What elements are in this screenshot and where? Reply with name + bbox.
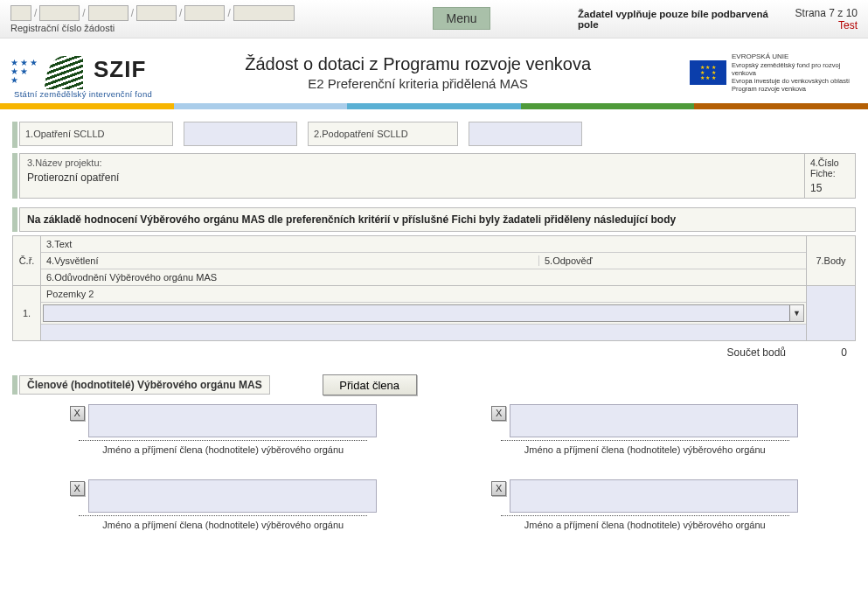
logo-subtext: Státní zemědělský intervenční fond — [14, 89, 152, 99]
remove-member-button[interactable]: X — [70, 406, 85, 421]
member-cell: X Jméno a příjmení člena (hodnotitele) v… — [30, 479, 417, 530]
field-lines-icon — [45, 56, 83, 89]
szif-logo: ★★★★★★ SZIF — [10, 56, 146, 89]
project-box: 3.Název projektu: Protierozní opatření — [19, 153, 805, 199]
registration-label: Registrační číslo žádosti — [10, 23, 295, 33]
reg-box — [184, 5, 225, 21]
podopatreni-input[interactable] — [469, 122, 582, 146]
eu-flag-icon: ★ ★ ★★ ★★ ★ ★ — [690, 60, 726, 85]
row-points — [806, 286, 855, 340]
member-cell: X Jméno a příjmení člena (hodnotitele) v… — [452, 479, 839, 530]
members-title: Členové (hodnotitelé) Výběrového orgánu … — [19, 375, 270, 395]
remove-member-button[interactable]: X — [491, 481, 506, 496]
registration-number-boxes: / / / / / — [10, 5, 295, 21]
member-caption: Jméno a příjmení člena (hodnotitele) výb… — [102, 520, 344, 530]
criteria-title-row: Na základě hodnocení Výběrového orgánu M… — [12, 207, 856, 232]
color-stripe — [0, 103, 868, 109]
col-odp-header: 5.Odpověď — [538, 255, 801, 266]
fiche-value: 15 — [810, 182, 850, 194]
add-member-button[interactable]: Přidat člena — [323, 374, 417, 395]
project-row: 3.Název projektu: Protierozní opatření 4… — [12, 153, 856, 199]
col-oduv-header: 6.Odůvodnění Výběrového orgánu MAS — [46, 272, 801, 283]
page-title: Žádost o dotaci z Programu rozvoje venko… — [146, 54, 690, 74]
stars-icon: ★★★★★★ — [10, 56, 39, 85]
page-titles: Žádost o dotaci z Programu rozvoje venko… — [146, 54, 690, 91]
member-name-input[interactable] — [88, 404, 377, 437]
col-text-header: 3.Text — [46, 239, 801, 249]
fiche-label: 4.Číslo Fiche: — [810, 157, 850, 178]
eu-line: Evropa investuje do venkovských oblastí — [732, 77, 854, 85]
project-label: 3.Název projektu: — [27, 157, 797, 168]
remove-member-button[interactable]: X — [70, 481, 85, 496]
member-caption: Jméno a příjmení člena (hodnotitele) výb… — [524, 444, 766, 455]
opatreni-label: 1.Opatření SCLLD — [19, 122, 173, 146]
fill-note: Žadatel vyplňuje pouze bíle podbarvená p… — [578, 5, 779, 30]
members-title-row: Členové (hodnotitelé) Výběrového orgánu … — [12, 374, 856, 395]
dotted-line-icon — [79, 440, 367, 441]
section-bar-icon — [12, 207, 17, 232]
member-caption: Jméno a příjmení člena (hodnotitele) výb… — [102, 444, 344, 455]
member-cell: X Jméno a příjmení člena (hodnotitele) v… — [30, 404, 417, 455]
chevron-down-icon: ▼ — [789, 305, 803, 321]
top-bar: / / / / / Registrační číslo žádosti Menu… — [0, 0, 868, 38]
fiche-box: 4.Číslo Fiche: 15 — [805, 153, 856, 199]
reg-box — [10, 5, 31, 21]
remove-member-button[interactable]: X — [491, 406, 506, 421]
points-sum-row: Součet bodů 0 — [12, 346, 856, 359]
row-justification-input[interactable] — [46, 327, 801, 338]
row-text: Pozemky 2 — [46, 289, 801, 299]
section-bar-icon — [12, 375, 17, 395]
eu-block: ★ ★ ★★ ★★ ★ ★ EVROPSKÁ UNIE Evropský zem… — [690, 52, 858, 93]
page-meta: Strana 7 z 10 Test — [779, 5, 858, 31]
dotted-line-icon — [79, 515, 367, 516]
eu-line: Program rozvoje venkova — [732, 85, 854, 93]
reg-box — [88, 5, 128, 21]
reg-box — [39, 5, 80, 21]
dotted-line-icon — [501, 440, 789, 441]
page-subtitle: E2 Preferenční kriteria přidělená MAS — [146, 76, 690, 91]
reg-box — [233, 5, 295, 21]
col-body-header: 7.Body — [806, 236, 855, 285]
member-name-input[interactable] — [510, 404, 798, 437]
opatreni-row: 1.Opatření SCLLD 2.Podopatření SCLLD — [12, 122, 856, 148]
member-caption: Jméno a příjmení člena (hodnotitele) výb… — [524, 520, 766, 530]
members-grid: X Jméno a příjmení člena (hodnotitele) v… — [12, 404, 856, 530]
col-number-header: Č.ř. — [13, 236, 41, 285]
test-label: Test — [779, 19, 858, 31]
page-indicator: Strana 7 z 10 — [779, 7, 858, 19]
project-value: Protierozní opatření — [27, 171, 797, 184]
eu-line: Evropský zemědělský fond pro rozvoj venk… — [732, 61, 854, 77]
sum-label: Součet bodů — [727, 346, 786, 359]
content: 1.Opatření SCLLD 2.Podopatření SCLLD 3.N… — [0, 109, 868, 548]
criteria-row: 1. Pozemky 2 ▼ — [13, 285, 855, 340]
member-cell: X Jméno a příjmení člena (hodnotitele) v… — [452, 404, 839, 455]
registration-block: / / / / / Registrační číslo žádosti — [10, 5, 295, 33]
logo-text: SZIF — [94, 56, 146, 83]
eu-line: EVROPSKÁ UNIE — [732, 52, 854, 61]
answer-dropdown[interactable]: ▼ — [43, 304, 804, 322]
section-bar-icon — [12, 153, 17, 199]
opatreni-input[interactable] — [184, 122, 297, 146]
col-vysv-header: 4.Vysvětlení — [46, 255, 538, 266]
criteria-section-title: Na základě hodnocení Výběrového orgánu M… — [19, 207, 856, 232]
member-name-input[interactable] — [88, 479, 377, 513]
criteria-table: Č.ř. 3.Text 4.Vysvětlení 5.Odpověď 6.Odů… — [12, 235, 856, 341]
dotted-line-icon — [501, 515, 789, 516]
podopatreni-label: 2.Podopatření SCLLD — [308, 122, 458, 146]
menu-button[interactable]: Menu — [433, 7, 490, 30]
member-name-input[interactable] — [510, 479, 798, 513]
header: ★★★★★★ SZIF Státní zemědělský intervenčn… — [0, 38, 868, 103]
sum-value: 0 — [821, 346, 847, 359]
reg-box — [136, 5, 177, 21]
row-number: 1. — [13, 286, 41, 340]
section-bar-icon — [12, 122, 17, 148]
criteria-header: Č.ř. 3.Text 4.Vysvětlení 5.Odpověď 6.Odů… — [13, 236, 855, 285]
page: / / / / / Registrační číslo žádosti Menu… — [0, 0, 868, 615]
